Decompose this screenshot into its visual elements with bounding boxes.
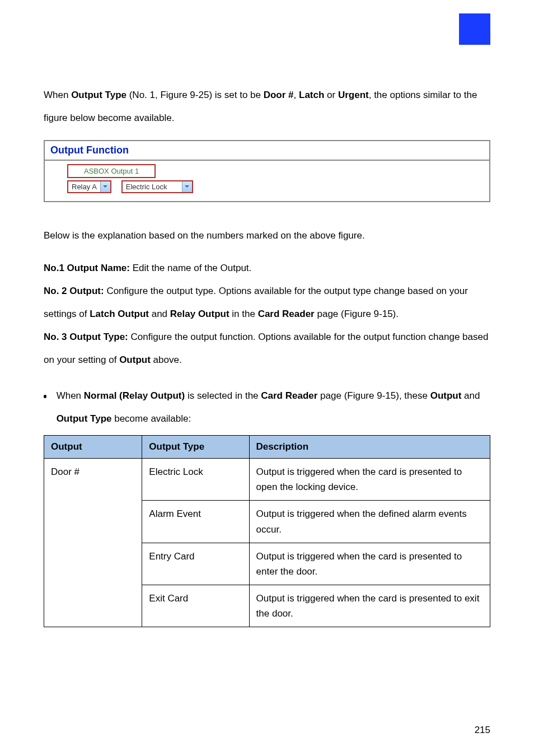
text: and <box>461 390 480 401</box>
text: , <box>294 90 299 100</box>
text-bold: Output Type <box>57 413 112 424</box>
dropdown-value: Relay A <box>68 181 100 192</box>
table-cell: Alarm Event <box>142 501 249 543</box>
dropdown-value: Electric Lock <box>123 181 182 192</box>
item-label: No.1 Output Name: <box>44 263 133 273</box>
bullet-item: When Normal (Relay Output) is selected i… <box>44 385 490 431</box>
text-bold: Card Reader <box>261 390 317 401</box>
item-label: No. 3 Output Type: <box>44 332 131 342</box>
text: or <box>324 90 338 100</box>
panel-title: Output Function <box>45 141 489 161</box>
output-function-dropdown[interactable]: Electric Lock <box>121 180 193 193</box>
item-text: page (Figure 9-15). <box>315 309 399 319</box>
text-bold: Door # <box>264 90 294 100</box>
definitions-table: Output Output Type Description Door # El… <box>44 435 490 628</box>
item-label: No. 2 Output: <box>44 286 106 296</box>
table-cell: Door # <box>44 458 142 627</box>
table-header: Output Type <box>142 435 249 458</box>
text-bold: Latch <box>299 90 324 100</box>
page-number: 215 <box>475 725 490 736</box>
item-bold: Output <box>119 354 151 365</box>
table-cell: Electric Lock <box>142 458 249 500</box>
figure-tab: ASBOX Output 1 <box>67 164 156 178</box>
table-cell: Entry Card <box>142 543 249 585</box>
text: become available: <box>111 413 191 424</box>
table-cell: Output is triggered when the card is pre… <box>249 585 490 627</box>
bullet-icon <box>44 395 46 398</box>
table-cell: Output is triggered when the defined ala… <box>249 501 490 543</box>
text: page (Figure 9-15), these <box>317 390 430 401</box>
item-text: Edit the name of the Output. <box>133 263 252 273</box>
item-bold: Latch Output <box>90 309 149 319</box>
text: (No. 1, Figure 9-25) is set to be <box>127 90 264 100</box>
item-text: above. <box>151 354 182 365</box>
text-bold: Output <box>430 390 462 401</box>
text: is selected in the <box>185 390 261 401</box>
item-text: in the <box>229 309 258 319</box>
text-bold: Output Type <box>71 90 127 100</box>
text: When <box>44 90 71 100</box>
table-cell: Output is triggered when the card is pre… <box>249 458 490 500</box>
output-type-dropdown[interactable]: Relay A <box>67 180 111 193</box>
text: When <box>57 390 84 401</box>
table-header: Description <box>249 435 490 458</box>
table-cell: Output is triggered when the card is pre… <box>249 543 490 585</box>
table-header-row: Output Output Type Description <box>44 435 490 458</box>
item-bold: Card Reader <box>258 309 315 319</box>
item-bold: Relay Output <box>170 309 229 319</box>
chevron-down-icon <box>100 181 110 192</box>
explanation-intro: Below is the explanation based on the nu… <box>44 225 490 248</box>
text-bold: Urgent <box>338 90 369 100</box>
output-function-figure: Output Function ASBOX Output 1 Relay A E… <box>44 140 490 202</box>
table-row: Door # Electric Lock Output is triggered… <box>44 458 490 500</box>
numbered-list: No.1 Output Name: Edit the name of the O… <box>44 257 490 371</box>
text-bold: Normal (Relay Output) <box>84 390 185 401</box>
table-header: Output <box>44 435 142 458</box>
item-text: and <box>149 309 170 319</box>
table-cell: Exit Card <box>142 585 249 627</box>
intro-paragraph: When Output Type (No. 1, Figure 9-25) is… <box>44 84 490 130</box>
chevron-down-icon <box>182 181 192 192</box>
chapter-marker <box>459 13 490 45</box>
